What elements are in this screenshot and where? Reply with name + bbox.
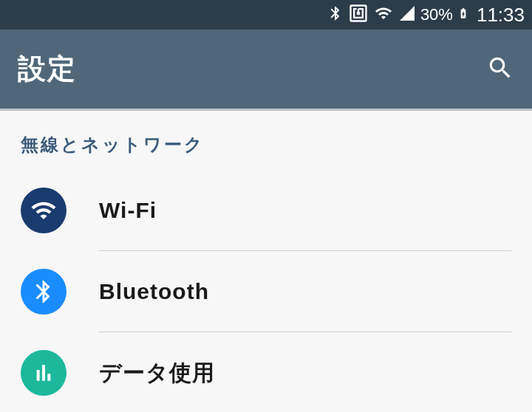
- settings-item-label: Wi-Fi: [99, 198, 157, 223]
- battery-charging-icon: [457, 4, 469, 26]
- battery-percent: 30%: [420, 5, 453, 24]
- signal-icon: [398, 4, 416, 25]
- settings-item-wifi[interactable]: Wi-Fi: [0, 170, 532, 251]
- settings-item-data-usage[interactable]: データ使用: [0, 332, 532, 412]
- settings-item-label: データ使用: [99, 358, 215, 388]
- nfc-icon: [348, 3, 369, 27]
- wifi-icon: [373, 4, 394, 25]
- settings-item-label: Bluetooth: [99, 279, 209, 304]
- wifi-circle-icon: [21, 188, 66, 233]
- settings-item-bluetooth[interactable]: Bluetooth: [0, 251, 532, 332]
- content: 無線とネットワーク Wi-Fi Bluetooth データ使用: [0, 111, 532, 412]
- section-header: 無線とネットワーク: [0, 133, 532, 170]
- page-title: 設定: [18, 50, 77, 88]
- bluetooth-circle-icon: [21, 269, 66, 315]
- search-button[interactable]: [486, 54, 514, 85]
- bluetooth-icon: [327, 3, 344, 27]
- status-time: 11:33: [477, 4, 525, 27]
- app-bar: 設定: [0, 30, 532, 111]
- data-usage-circle-icon: [21, 350, 66, 396]
- settings-list: Wi-Fi Bluetooth データ使用: [0, 170, 532, 412]
- status-bar: 30% 11:33: [0, 0, 532, 30]
